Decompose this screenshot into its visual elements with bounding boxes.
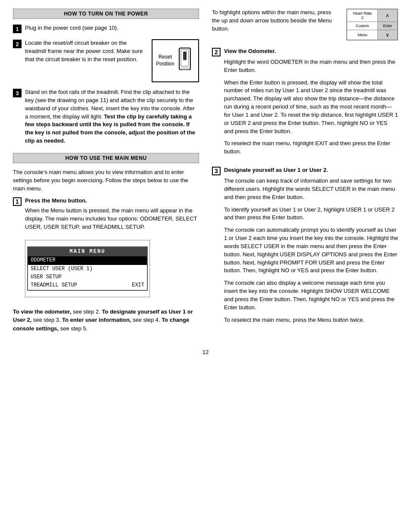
step-num-1: 1 [13, 25, 22, 33]
right-column: To highlight options within the main men… [212, 9, 398, 340]
step-num-3: 3 [13, 89, 22, 97]
panel-custom: Custom [347, 22, 378, 30]
right-step-2-para2: When the Enter button is pressed, the di… [224, 79, 398, 136]
menu-item-select-user: SELECT USER (USER 1) [28, 265, 147, 273]
step-menu-1-content: Press the Menu button. When the Menu but… [25, 197, 199, 301]
step-power-2: 2 Locate the reset/off circuit breaker o… [13, 39, 199, 82]
svg-rect-2 [183, 52, 187, 60]
panel-enter-btn[interactable]: Enter [378, 22, 398, 30]
panel-row-3: Menu ∨ [347, 30, 398, 40]
page-layout: HOW TO TURN ON THE POWER 1 Plug in the p… [13, 9, 398, 340]
section-menu-header: HOW TO USE THE MAIN MENU [13, 153, 199, 163]
step-power-1-text: Plug in the power cord (see page 10). [25, 24, 199, 32]
right-intro-row: To highlight options within the main men… [212, 9, 398, 40]
panel-heart-rate: Heart Rate2 [347, 9, 378, 22]
step-num-2: 2 [13, 40, 22, 48]
step-power-1: 1 Plug in the power cord (see page 10). [13, 24, 199, 33]
right-step-3-para3: The console can automatically prompt you… [224, 226, 398, 275]
right-step-2-label: View the Odometer. [224, 48, 276, 54]
step-menu-num-1: 1 [13, 197, 22, 206]
step-menu-1-label: Press the Menu button. [25, 197, 87, 204]
step-power-2-text: Locate the reset/off circuit breaker on … [25, 39, 147, 64]
menu-item-odometer: ODOMETER [28, 256, 147, 264]
right-step-3-content: Designate yourself as User 1 or User 2. … [224, 166, 398, 328]
panel-row-1: Heart Rate2 ∧ [347, 9, 398, 22]
left-column: HOW TO TURN ON THE POWER 1 Plug in the p… [13, 9, 199, 340]
section-power: HOW TO TURN ON THE POWER 1 Plug in the p… [13, 9, 199, 145]
section-main-menu: HOW TO USE THE MAIN MENU The console’s m… [13, 153, 199, 333]
step-menu-1: 1 Press the Menu button. When the Menu b… [13, 197, 199, 301]
panel-image-container: Heart Rate2 ∧ Custom Enter Menu ∨ [346, 9, 398, 40]
reset-label: ResetPosition [156, 54, 174, 67]
right-step-num-3: 3 [212, 167, 221, 175]
right-step-3-para2: To identify yourself as User 1 or User 2… [224, 206, 398, 222]
step-power-3-text: Stand on the foot rails of the treadmill… [25, 88, 199, 145]
main-menu-display: MAIN MENU ODOMETER SELECT USER (USER 1) … [27, 246, 148, 291]
panel-table: Heart Rate2 ∧ Custom Enter Menu ∨ [346, 9, 398, 40]
page-number: 12 [13, 349, 398, 355]
step-power-3: 3 Stand on the foot rails of the treadmi… [13, 88, 199, 145]
right-step-2: 2 View the Odometer. Highlight the word … [212, 47, 398, 160]
right-step-3-para1: The console can keep track of informatio… [224, 177, 398, 202]
right-intro-text: To highlight options within the main men… [212, 9, 339, 33]
reset-position-box: ResetPosition [152, 39, 199, 82]
step-menu-1-text: When the Menu button is pressed, the mai… [25, 207, 199, 231]
panel-menu: Menu [347, 30, 378, 40]
right-step-3-para4: The console can also display a welcome m… [224, 279, 398, 311]
main-menu-display-border: MAIN MENU ODOMETER SELECT USER (USER 1) … [25, 240, 150, 297]
panel-down-btn[interactable]: ∨ [378, 30, 398, 40]
right-step-3-label: Designate yourself as User 1 or User 2. [224, 167, 328, 173]
right-step-2-content: View the Odometer. Highlight the word OD… [224, 47, 398, 160]
panel-up-btn[interactable]: ∧ [378, 9, 398, 22]
menu-item-treadmill-setup: TREADMILL SETUP EXIT [28, 281, 147, 289]
right-step-3-para5: To reselect the main menu, press the Men… [224, 316, 398, 324]
section-power-header: HOW TO TURN ON THE POWER [13, 9, 199, 19]
panel-row-2: Custom Enter [347, 22, 398, 30]
bottom-nav-text: To view the odometer, see step 2. To des… [13, 308, 199, 333]
right-step-2-para1: Highlight the word ODOMETER in the main … [224, 58, 398, 75]
right-step-2-para3: To reselect the main menu, highlight EXI… [224, 140, 398, 156]
menu-title: MAIN MENU [28, 247, 147, 256]
right-step-num-2: 2 [212, 48, 221, 56]
circuit-breaker-icon [177, 47, 193, 75]
step-power-2-inner: Locate the reset/off circuit breaker on … [25, 39, 199, 82]
menu-item-user-setup: USER SETUP [28, 273, 147, 281]
section-menu-intro: The console’s main menu allows you to vi… [13, 168, 199, 193]
right-step-3: 3 Designate yourself as User 1 or User 2… [212, 166, 398, 328]
